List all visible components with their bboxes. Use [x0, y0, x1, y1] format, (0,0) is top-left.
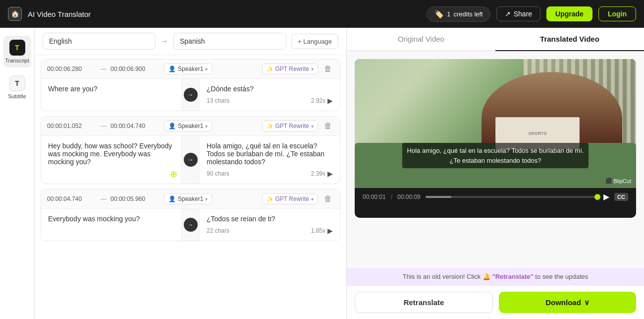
subtitle-overlay: Hola amigo, ¿qué tal en la escuela? Todo…: [355, 143, 636, 168]
segment-2-plus-icon[interactable]: ⊕: [170, 169, 177, 180]
sidebar-item-transcript[interactable]: T Transcript: [3, 36, 31, 67]
credits-count: 1: [447, 10, 450, 18]
delete-segment-button-3[interactable]: 🗑: [322, 193, 334, 204]
download-button[interactable]: Download ∨: [499, 292, 636, 313]
gpt-rewrite-button-3[interactable]: ✨ GPT Rewrite: [262, 193, 318, 204]
tab-original-video[interactable]: Original Video: [347, 28, 495, 51]
segment-3-play-button[interactable]: ▶: [327, 227, 333, 235]
speaker-select-2[interactable]: 👤 Speaker1: [164, 121, 212, 131]
segment-3-speed: 1.85x: [311, 227, 325, 234]
segment-2-source-text[interactable]: Hey buddy, how was school? Everybody was…: [41, 136, 182, 184]
update-suffix-text: to see the updates: [535, 273, 588, 280]
speaker-chevron-3: [205, 195, 208, 202]
segment-header-2: 00:00:01.052 — 00:00:04.740 👤 Speaker1 ✨…: [41, 117, 340, 136]
gpt-chevron-3: [311, 195, 314, 202]
segment-2-end-time[interactable]: 00:00:04.740: [110, 123, 160, 129]
gpt-icon-3: ✨: [267, 196, 273, 202]
right-panel: Original Video Translated Video: [347, 28, 644, 319]
segment-1-arrow-btn[interactable]: →: [184, 88, 198, 102]
blipcut-icon: ⬛: [605, 178, 612, 184]
segment-3-end-time[interactable]: 00:00:05.960: [110, 195, 160, 202]
segment-body-1: Where are you? → ¿Dónde estás? 13 chars …: [41, 79, 340, 111]
subtitle-text: Hola amigo, ¿qué tal en la escuela? Todo…: [402, 143, 589, 168]
segment-1-start-time[interactable]: 00:00:06.280: [47, 65, 97, 72]
retranslate-link-text[interactable]: "Retranslate": [492, 273, 534, 280]
sidebar-item-subtitle[interactable]: T Subtitle: [3, 71, 31, 103]
cc-button[interactable]: CC: [614, 193, 628, 201]
gpt-label-1: GPT Rewrite: [275, 65, 309, 72]
segment-1-end-time[interactable]: 00:00:06.900: [110, 65, 160, 72]
update-banner: This is an old version! Click 🔔 "Retrans…: [347, 268, 644, 285]
video-area: SPORTS Hola amigo, ¿qué tal en la escuel…: [347, 51, 644, 268]
app-title: AI Video Translator: [28, 10, 91, 18]
upgrade-button[interactable]: Upgrade: [546, 6, 592, 21]
segment-1-chars: 13 chars: [207, 97, 229, 104]
segment-1-target-text[interactable]: ¿Dónde estás?: [207, 85, 333, 93]
video-tabs: Original Video Translated Video: [347, 28, 644, 51]
segment-2-meta: 90 chars 2.39x ▶: [207, 170, 333, 178]
gpt-rewrite-button-1[interactable]: ✨ GPT Rewrite: [262, 64, 318, 74]
lang-arrow-icon: →: [161, 37, 168, 46]
segment-2-start-time[interactable]: 00:00:01.052: [47, 123, 97, 129]
gpt-chevron-2: [311, 123, 314, 129]
segment-3-target-text[interactable]: ¿Todos se reían de ti?: [207, 215, 333, 223]
segment-1-target: ¿Dónde estás? 13 chars 2.92x ▶: [200, 79, 340, 111]
gpt-icon-2: ✨: [267, 123, 273, 129]
gpt-chevron-1: [311, 65, 314, 72]
main-layout: T Transcript T Subtitle → + Language 00:…: [0, 28, 644, 319]
gpt-rewrite-button-2[interactable]: ✨ GPT Rewrite: [262, 121, 318, 131]
speaker-label-2: Speaker1: [178, 123, 203, 129]
time-separator: /: [391, 193, 392, 200]
add-language-button[interactable]: + Language: [291, 34, 338, 49]
blipcut-label: BlipCut: [614, 178, 631, 184]
speaker-select-3[interactable]: 👤 Speaker1: [164, 193, 212, 204]
tab-translated-video[interactable]: Translated Video: [495, 28, 644, 51]
video-play-button[interactable]: ▶: [603, 192, 609, 201]
speaker-icon-2: 👤: [168, 123, 176, 129]
bell-icon: 🔔: [483, 273, 492, 280]
segment-2-target: Hola amigo, ¿qué tal en la escuela? Todo…: [200, 136, 340, 184]
segment-2-target-text[interactable]: Hola amigo, ¿qué tal en la escuela? Todo…: [207, 142, 333, 166]
gpt-label-2: GPT Rewrite: [275, 123, 309, 129]
video-progress-bar[interactable]: [426, 196, 598, 198]
subtitle-icon: T: [9, 75, 25, 91]
segment-3-chars: 22 chars: [207, 227, 229, 234]
segment-1-source-text[interactable]: Where are you?: [41, 79, 182, 111]
speaker-icon-1: 👤: [168, 65, 176, 72]
segment-2-arrow-btn[interactable]: →: [184, 153, 198, 167]
delete-segment-button-2[interactable]: 🗑: [322, 121, 334, 131]
time-dash-2: —: [101, 123, 107, 129]
segment-3-source-text[interactable]: Everybody was mocking you?: [41, 209, 182, 241]
segment-1-meta: 13 chars 2.92x ▶: [207, 97, 333, 105]
download-chevron-icon: ∨: [584, 298, 590, 307]
segment-body-2: Hey buddy, how was school? Everybody was…: [41, 136, 340, 184]
source-language-input[interactable]: [43, 33, 156, 50]
segment-header-1: 00:00:06.280 — 00:00:06.900 👤 Speaker1 ✨…: [41, 60, 340, 79]
navbar: 🏠 AI Video Translator 🏷️ 1 credits left …: [0, 0, 644, 28]
credits-emoji: 🏷️: [434, 9, 444, 19]
segment-2-speed: 2.39x: [311, 170, 325, 177]
segment-1-speed: 2.92x: [311, 97, 325, 104]
segment-card-2: 00:00:01.052 — 00:00:04.740 👤 Speaker1 ✨…: [41, 116, 340, 184]
share-button[interactable]: ↗ Share: [496, 6, 540, 21]
speaker-chevron-1: [205, 65, 208, 72]
segment-header-3: 00:00:04.740 — 00:00:05.960 👤 Speaker1 ✨…: [41, 190, 340, 209]
speaker-select-1[interactable]: 👤 Speaker1: [164, 64, 212, 74]
segment-1-play-button[interactable]: ▶: [327, 97, 333, 105]
progress-scrubber[interactable]: [594, 194, 600, 200]
sidebar: T Transcript T Subtitle: [0, 28, 35, 319]
retranslate-button[interactable]: Retranslate: [355, 292, 493, 313]
segment-3-meta: 22 chars 1.85x ▶: [207, 227, 333, 235]
speaker-label-1: Speaker1: [178, 65, 203, 72]
video-player[interactable]: SPORTS Hola amigo, ¿qué tal en la escuel…: [355, 59, 636, 218]
target-language-input[interactable]: [173, 33, 286, 50]
segment-3-start-time[interactable]: 00:00:04.740: [47, 195, 97, 202]
video-time-current: 00:00:01: [363, 193, 386, 200]
segment-3-arrow-btn[interactable]: →: [184, 218, 198, 232]
segment-card-1: 00:00:06.280 — 00:00:06.900 👤 Speaker1 ✨…: [41, 59, 340, 111]
login-button[interactable]: Login: [598, 6, 636, 21]
delete-segment-button-1[interactable]: 🗑: [322, 64, 334, 74]
segment-2-play-button[interactable]: ▶: [327, 170, 333, 178]
download-label: Download: [545, 298, 581, 307]
video-controls: 00:00:01 / 00:00:09 ▶ CC: [355, 188, 636, 205]
